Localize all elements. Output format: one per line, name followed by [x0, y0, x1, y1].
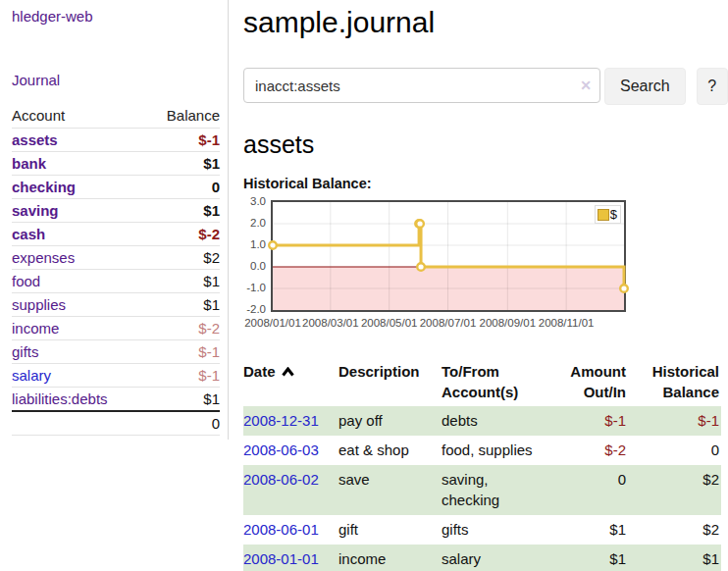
- search-button[interactable]: Search: [604, 68, 686, 105]
- txn-accounts: food, supplies: [442, 436, 554, 465]
- account-link-food[interactable]: food: [12, 273, 40, 289]
- register-row: 2008-12-31 pay off debts $-1 $-1: [243, 406, 721, 436]
- txn-date-link[interactable]: 2008-12-31: [243, 412, 319, 429]
- y-tick-label: 3.0: [250, 195, 266, 207]
- account-link-supplies[interactable]: supplies: [12, 296, 66, 313]
- account-link-assets[interactable]: assets: [12, 131, 58, 148]
- txn-amount: $-1: [554, 406, 628, 436]
- account-link-income[interactable]: income: [12, 320, 59, 337]
- account-row: gifts $-1: [12, 340, 220, 364]
- account-balance: $-2: [145, 223, 220, 246]
- register-table: Date Description To/From Account(s) Amou…: [243, 359, 721, 571]
- account-link-saving[interactable]: saving: [12, 202, 59, 219]
- historical-balance-chart: 3.02.01.00.0-1.0-2.0 $ 2008/01/012008/03…: [243, 200, 728, 334]
- search-input[interactable]: [243, 68, 600, 103]
- txn-accounts: gifts: [442, 515, 554, 545]
- txn-amount: $1: [554, 515, 628, 545]
- account-row: saving $1: [12, 199, 220, 223]
- txn-date-link[interactable]: 2008-01-01: [243, 550, 319, 567]
- txn-balance: $1: [628, 545, 721, 571]
- sidebar: hledger-web Journal Account Balance asse…: [0, 0, 229, 440]
- legend-swatch-icon: [598, 209, 609, 221]
- register-header-row: Date Description To/From Account(s) Amou…: [243, 359, 721, 406]
- account-link-salary[interactable]: salary: [12, 367, 51, 384]
- txn-balance: 0: [628, 436, 721, 465]
- col-header-date[interactable]: Date: [243, 359, 338, 406]
- account-link-liabilities-debts[interactable]: liabilities:debts: [12, 390, 108, 407]
- register-row: 2008-01-01 income salary $1 $1: [243, 545, 721, 571]
- chart-y-labels: 3.02.01.00.0-1.0-2.0: [243, 202, 266, 310]
- account-balance: $-1: [145, 129, 220, 152]
- x-tick-label: 2008/07/01: [420, 317, 477, 329]
- x-tick-label: 2008/05/01: [361, 317, 418, 329]
- y-tick-label: 2.0: [250, 217, 266, 229]
- account-link-expenses[interactable]: expenses: [12, 249, 75, 266]
- accounts-header-balance: Balance: [145, 104, 220, 129]
- account-balance: $1: [145, 152, 220, 176]
- y-tick-label: -1.0: [246, 282, 266, 293]
- accounts-total: 0: [145, 411, 220, 436]
- account-balance: 0: [145, 176, 220, 199]
- account-link-bank[interactable]: bank: [12, 155, 46, 172]
- account-row: cash $-2: [12, 223, 220, 246]
- txn-description: gift: [338, 515, 442, 545]
- account-balance: $-1: [145, 340, 220, 364]
- account-balance: $1: [145, 388, 220, 412]
- txn-balance: $2: [628, 465, 721, 515]
- txn-description: income: [338, 545, 442, 571]
- col-header-accounts[interactable]: To/From Account(s): [442, 359, 554, 406]
- accounts-header-row: Account Balance: [12, 104, 220, 129]
- account-row: assets $-1: [12, 129, 220, 152]
- txn-description: save: [338, 465, 442, 515]
- account-balance: $1: [145, 293, 220, 317]
- register-row: 2008-06-01 gift gifts $1 $2: [243, 515, 721, 545]
- clear-search-icon[interactable]: ✕: [580, 77, 592, 94]
- col-header-balance[interactable]: Historical Balance: [628, 359, 721, 406]
- brand-link[interactable]: hledger-web: [12, 8, 93, 25]
- nav-journal: Journal: [12, 72, 220, 89]
- txn-description: eat & shop: [338, 436, 442, 465]
- help-button[interactable]: ?: [697, 68, 728, 105]
- col-header-description[interactable]: Description: [338, 359, 442, 406]
- legend-label: $: [610, 207, 617, 222]
- txn-accounts: debts: [442, 406, 554, 436]
- y-tick-label: -2.0: [246, 303, 266, 315]
- register-row: 2008-06-03 eat & shop food, supplies $-2…: [243, 436, 721, 465]
- account-row: bank $1: [12, 152, 220, 176]
- col-header-amount[interactable]: Amount Out/In: [554, 359, 628, 406]
- account-row: salary $-1: [12, 364, 220, 388]
- page-title: sample.journal: [243, 4, 728, 41]
- main-content: sample.journal ✕ Search ? assets Histori…: [243, 0, 728, 571]
- chart-plot-area: $: [271, 200, 626, 312]
- chart-legend: $: [595, 205, 621, 224]
- app-brand: hledger-web: [12, 8, 220, 26]
- journal-link[interactable]: Journal: [12, 72, 60, 88]
- x-tick-label: 2008/01/01: [244, 317, 301, 329]
- sort-asc-icon: [282, 361, 294, 382]
- txn-date-link[interactable]: 2008-06-01: [243, 521, 319, 538]
- accounts-header-account: Account: [12, 104, 145, 129]
- y-tick-label: 0.0: [250, 260, 266, 272]
- txn-description: pay off: [338, 406, 442, 436]
- x-tick-label: 2008/03/01: [302, 317, 359, 329]
- account-balance: $2: [145, 246, 220, 270]
- account-row: expenses $2: [12, 246, 220, 270]
- account-balance: $-1: [145, 364, 220, 388]
- txn-amount: $-2: [554, 436, 628, 465]
- txn-accounts: salary: [442, 545, 554, 571]
- x-tick-label: 2008/09/01: [480, 317, 537, 329]
- chart-title: Historical Balance:: [243, 176, 728, 191]
- account-heading: assets: [243, 130, 728, 160]
- account-balance: $1: [145, 270, 220, 293]
- register-row: 2008-06-02 save saving, checking 0 $2: [243, 465, 721, 515]
- txn-date-link[interactable]: 2008-06-02: [243, 471, 319, 488]
- accounts-table: Account Balance assets $-1 bank $1 check…: [12, 104, 220, 436]
- accounts-total-row: 0: [12, 411, 220, 436]
- account-link-checking[interactable]: checking: [12, 179, 76, 195]
- txn-date-link[interactable]: 2008-06-03: [243, 441, 319, 458]
- chart-plot-svg: [273, 202, 624, 310]
- account-link-cash[interactable]: cash: [12, 226, 45, 242]
- account-row: food $1: [12, 270, 220, 293]
- txn-balance: $2: [628, 515, 721, 545]
- account-link-gifts[interactable]: gifts: [12, 343, 39, 360]
